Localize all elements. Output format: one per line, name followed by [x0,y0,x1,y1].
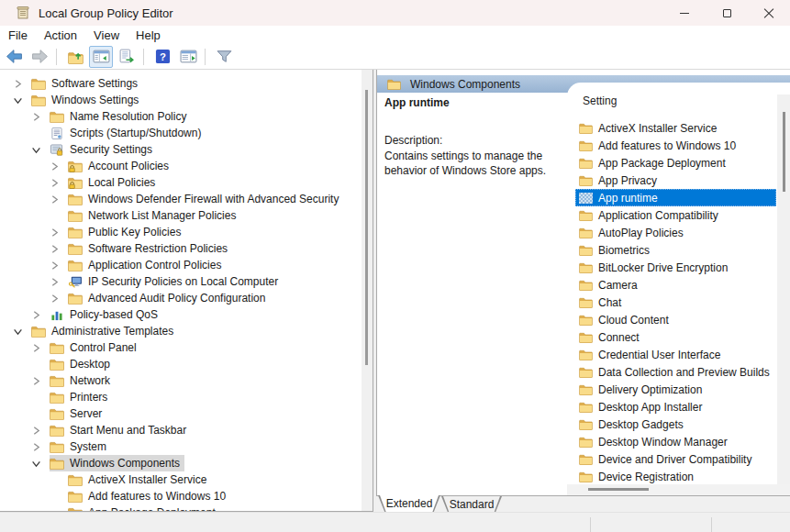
chevron-right-icon[interactable] [31,426,41,436]
menu-help[interactable]: Help [128,28,169,42]
forward-button[interactable] [28,46,51,68]
tree-item[interactable]: Administrative Templates [0,323,360,339]
settings-item[interactable]: Delivery Optimization [575,381,776,398]
tree-item[interactable]: Network List Manager Policies [0,207,360,224]
settings-item[interactable]: Application Compatibility [575,206,776,224]
tree-vertical-scrollbar[interactable] [362,70,373,511]
settings-item[interactable]: Add features to Windows 10 [575,137,776,154]
folder-icon [579,454,593,465]
up-one-level-button[interactable] [63,46,87,68]
chevron-right-icon[interactable] [31,442,41,452]
chevron-right-icon[interactable] [50,178,60,188]
tree-item[interactable]: Start Menu and Taskbar [0,422,360,438]
tree-scrollbar-thumb[interactable] [365,90,368,365]
settings-item[interactable]: Camera [575,276,776,294]
chevron-right-icon[interactable] [50,294,60,304]
chevron-down-icon[interactable] [13,327,23,337]
chevron-right-icon[interactable] [50,227,60,238]
chevron-down-icon[interactable] [31,145,41,155]
close-icon [763,7,774,18]
tree-item[interactable]: Account Policies [0,158,360,174]
tree-item[interactable]: Local Policies [0,174,360,191]
folder-icon [68,194,83,205]
tree-item[interactable]: Security Settings [0,141,360,158]
maximize-button[interactable] [706,0,748,26]
settings-item[interactable]: Chat [575,294,776,311]
settings-item[interactable]: Cloud Content [575,311,776,328]
tree-item[interactable]: Scripts (Startup/Shutdown) [0,125,360,141]
chevron-down-icon[interactable] [31,459,41,469]
chevron-right-icon[interactable] [31,112,41,122]
menu-view[interactable]: View [85,28,128,42]
tree-item[interactable]: App Package Deployment [0,504,360,512]
close-button[interactable] [748,0,790,26]
tree-item[interactable]: Control Panel [0,339,360,356]
settings-vertical-scrollbar[interactable] [777,94,790,484]
settings-item[interactable]: Device and Driver Compatibility [575,450,776,468]
settings-item[interactable]: Connect [575,328,776,346]
settings-item-selected[interactable]: App runtime [575,189,776,206]
tree-item-selected[interactable]: Windows Components [0,455,360,471]
settings-item[interactable]: Biometrics [575,241,776,259]
settings-item[interactable]: App Package Deployment [575,154,776,172]
folder-icon [579,245,593,256]
settings-item[interactable]: AutoPlay Policies [575,224,776,241]
tab-extended[interactable]: Extended [378,495,440,514]
detail-selected-title: App runtime [384,96,450,109]
tree-item[interactable]: Software Restriction Policies [0,240,360,257]
tree-item[interactable]: Windows Settings [0,92,360,108]
titlebar: Local Group Policy Editor [0,0,790,26]
menu-file[interactable]: File [0,28,36,42]
folder-icon [579,123,593,134]
tree-item[interactable]: Policy-based QoS [0,306,360,323]
chevron-right-icon[interactable] [50,244,60,254]
settings-item[interactable]: Desktop Window Manager [575,433,776,450]
settings-scrollbar-thumb[interactable] [783,112,785,192]
status-divider [711,517,712,532]
menu-action[interactable]: Action [36,28,85,42]
settings-item[interactable]: BitLocker Drive Encryption [575,259,776,276]
settings-item[interactable]: ActiveX Installer Service [575,119,776,137]
chevron-right-icon[interactable] [50,194,60,205]
chevron-right-icon[interactable] [50,161,60,172]
tree-item[interactable]: Desktop [0,356,360,372]
tree-item[interactable]: ActiveX Installer Service [0,471,360,488]
view-tab-row: Extended Standard [376,495,790,514]
help-button[interactable] [150,46,174,68]
settings-item[interactable]: Device Registration [575,468,776,485]
tree-item[interactable]: Add features to Windows 10 [0,488,360,504]
tree-item[interactable]: Windows Defender Firewall with Advanced … [0,191,360,207]
show-console-tree-button[interactable] [89,46,113,68]
chevron-right-icon[interactable] [50,277,60,287]
chevron-right-icon[interactable] [50,260,60,271]
settings-item[interactable]: Desktop Gadgets [575,416,776,433]
settings-item[interactable]: Data Collection and Preview Builds [575,363,776,381]
tree-item[interactable]: Printers [0,389,360,405]
tree-item[interactable]: Application Control Policies [0,257,360,273]
tree-item[interactable]: System [0,438,360,455]
tree-item[interactable]: Public Key Policies [0,224,360,240]
chevron-down-icon[interactable] [13,95,23,105]
tree-item[interactable]: IP Security Policies on Local Computer [0,273,360,290]
settings-horizontal-scrollbar[interactable] [567,484,790,495]
chevron-right-icon[interactable] [13,79,23,89]
setting-column-header[interactable]: Setting [583,94,617,107]
chevron-right-icon[interactable] [31,343,41,353]
chevron-right-icon[interactable] [31,310,41,320]
settings-item[interactable]: Desktop App Installer [575,398,776,416]
tree-item[interactable]: Advanced Audit Policy Configuration [0,290,360,306]
tree-item[interactable]: Name Resolution Policy [0,108,360,125]
tree-item[interactable]: Network [0,372,360,389]
folder-icon [68,260,83,272]
tree-item[interactable]: Software Settings [0,75,360,92]
settings-hscrollbar-thumb[interactable] [588,488,649,491]
minimize-button[interactable] [663,0,706,26]
chevron-right-icon[interactable] [31,376,41,386]
settings-item[interactable]: Credential User Interface [575,346,776,363]
show-action-pane-button[interactable] [176,46,200,68]
tree-item[interactable]: Server [0,405,360,422]
settings-item[interactable]: App Privacy [575,172,776,189]
back-button[interactable] [2,46,26,68]
export-list-button[interactable] [115,46,139,68]
filter-button[interactable] [212,46,236,68]
